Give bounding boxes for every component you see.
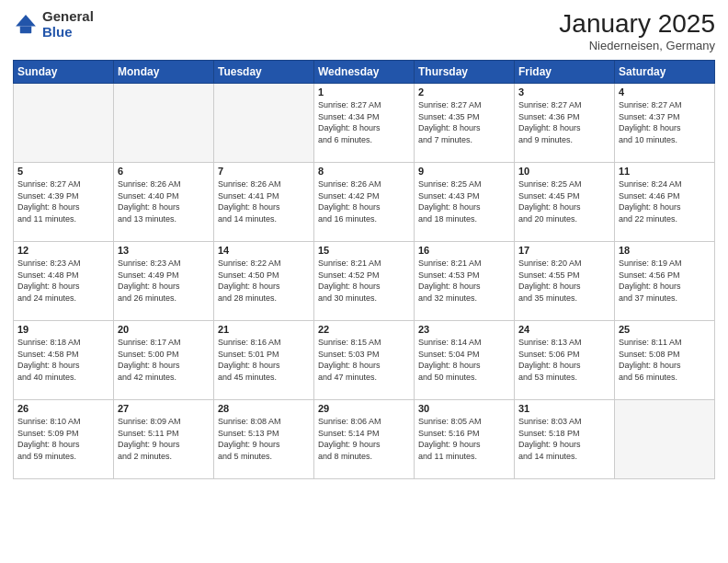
day-number: 24: [518, 324, 610, 335]
day-number: 30: [418, 403, 510, 414]
day-number: 5: [17, 166, 109, 177]
day-number: 1: [318, 86, 410, 98]
day-detail: Sunrise: 8:11 AM Sunset: 5:08 PM Dayligh…: [619, 337, 711, 383]
day-cell: [615, 400, 715, 479]
weekday-header-wednesday: Wednesday: [314, 61, 415, 84]
day-cell: 15Sunrise: 8:21 AM Sunset: 4:52 PM Dayli…: [314, 242, 415, 321]
day-detail: Sunrise: 8:23 AM Sunset: 4:49 PM Dayligh…: [118, 258, 210, 304]
weekday-header-sunday: Sunday: [14, 61, 114, 84]
day-cell: 23Sunrise: 8:14 AM Sunset: 5:04 PM Dayli…: [415, 321, 515, 400]
day-detail: Sunrise: 8:27 AM Sunset: 4:37 PM Dayligh…: [619, 99, 711, 145]
day-cell: 28Sunrise: 8:08 AM Sunset: 5:13 PM Dayli…: [214, 400, 314, 479]
day-number: 15: [318, 245, 410, 256]
page: General Blue January 2025 Niederneisen, …: [0, 0, 728, 563]
day-number: 31: [518, 403, 610, 414]
day-detail: Sunrise: 8:16 AM Sunset: 5:01 PM Dayligh…: [218, 337, 310, 383]
day-detail: Sunrise: 8:05 AM Sunset: 5:16 PM Dayligh…: [418, 416, 510, 462]
logo-text: General Blue: [42, 9, 94, 40]
day-number: 8: [318, 166, 410, 177]
weekday-header-tuesday: Tuesday: [214, 61, 314, 84]
day-detail: Sunrise: 8:21 AM Sunset: 4:53 PM Dayligh…: [418, 258, 510, 304]
day-detail: Sunrise: 8:27 AM Sunset: 4:39 PM Dayligh…: [17, 178, 109, 224]
month-title: January 2025: [559, 9, 715, 39]
day-detail: Sunrise: 8:26 AM Sunset: 4:41 PM Dayligh…: [218, 178, 310, 224]
day-cell: 27Sunrise: 8:09 AM Sunset: 5:11 PM Dayli…: [114, 400, 214, 479]
day-detail: Sunrise: 8:21 AM Sunset: 4:52 PM Dayligh…: [318, 258, 410, 304]
day-cell: [214, 84, 314, 163]
day-detail: Sunrise: 8:19 AM Sunset: 4:56 PM Dayligh…: [619, 258, 711, 304]
day-number: 25: [619, 324, 711, 335]
week-row-5: 26Sunrise: 8:10 AM Sunset: 5:09 PM Dayli…: [14, 400, 715, 479]
day-number: 26: [17, 403, 109, 414]
day-number: 17: [518, 245, 610, 256]
day-detail: Sunrise: 8:20 AM Sunset: 4:55 PM Dayligh…: [518, 258, 610, 304]
weekday-header-saturday: Saturday: [615, 61, 715, 84]
calendar: SundayMondayTuesdayWednesdayThursdayFrid…: [13, 60, 715, 479]
day-cell: 12Sunrise: 8:23 AM Sunset: 4:48 PM Dayli…: [14, 242, 114, 321]
week-row-1: 1Sunrise: 8:27 AM Sunset: 4:34 PM Daylig…: [14, 84, 715, 163]
day-cell: 16Sunrise: 8:21 AM Sunset: 4:53 PM Dayli…: [415, 242, 515, 321]
day-cell: 22Sunrise: 8:15 AM Sunset: 5:03 PM Dayli…: [314, 321, 415, 400]
weekday-header-friday: Friday: [515, 61, 615, 84]
week-row-2: 5Sunrise: 8:27 AM Sunset: 4:39 PM Daylig…: [14, 163, 715, 242]
weekday-header-monday: Monday: [114, 61, 214, 84]
day-detail: Sunrise: 8:27 AM Sunset: 4:35 PM Dayligh…: [418, 99, 510, 145]
day-cell: 11Sunrise: 8:24 AM Sunset: 4:46 PM Dayli…: [615, 163, 715, 242]
day-detail: Sunrise: 8:09 AM Sunset: 5:11 PM Dayligh…: [118, 416, 210, 462]
day-cell: 25Sunrise: 8:11 AM Sunset: 5:08 PM Dayli…: [615, 321, 715, 400]
day-number: 10: [518, 166, 610, 177]
day-number: 13: [118, 245, 210, 256]
day-cell: 20Sunrise: 8:17 AM Sunset: 5:00 PM Dayli…: [114, 321, 214, 400]
day-cell: [114, 84, 214, 163]
day-detail: Sunrise: 8:26 AM Sunset: 4:42 PM Dayligh…: [318, 178, 410, 224]
day-cell: 17Sunrise: 8:20 AM Sunset: 4:55 PM Dayli…: [515, 242, 615, 321]
day-detail: Sunrise: 8:25 AM Sunset: 4:45 PM Dayligh…: [518, 178, 610, 224]
day-number: 2: [418, 86, 510, 98]
day-number: 6: [118, 166, 210, 177]
day-detail: Sunrise: 8:06 AM Sunset: 5:14 PM Dayligh…: [318, 416, 410, 462]
week-row-3: 12Sunrise: 8:23 AM Sunset: 4:48 PM Dayli…: [14, 242, 715, 321]
svg-rect-1: [20, 26, 31, 33]
day-cell: 6Sunrise: 8:26 AM Sunset: 4:40 PM Daylig…: [114, 163, 214, 242]
day-number: 18: [619, 245, 711, 256]
day-number: 27: [118, 403, 210, 414]
header: General Blue January 2025 Niederneisen, …: [13, 9, 715, 52]
day-number: 22: [318, 324, 410, 335]
day-number: 11: [619, 166, 711, 177]
day-cell: 8Sunrise: 8:26 AM Sunset: 4:42 PM Daylig…: [314, 163, 415, 242]
weekday-header-thursday: Thursday: [415, 61, 515, 84]
logo-blue: Blue: [42, 25, 94, 40]
day-number: 19: [17, 324, 109, 335]
day-cell: 7Sunrise: 8:26 AM Sunset: 4:41 PM Daylig…: [214, 163, 314, 242]
day-detail: Sunrise: 8:25 AM Sunset: 4:43 PM Dayligh…: [418, 178, 510, 224]
day-cell: 31Sunrise: 8:03 AM Sunset: 5:18 PM Dayli…: [515, 400, 615, 479]
day-detail: Sunrise: 8:08 AM Sunset: 5:13 PM Dayligh…: [218, 416, 310, 462]
day-cell: 10Sunrise: 8:25 AM Sunset: 4:45 PM Dayli…: [515, 163, 615, 242]
logo-general: General: [42, 9, 94, 25]
calendar-body: 1Sunrise: 8:27 AM Sunset: 4:34 PM Daylig…: [14, 84, 715, 479]
day-detail: Sunrise: 8:15 AM Sunset: 5:03 PM Dayligh…: [318, 337, 410, 383]
day-detail: Sunrise: 8:24 AM Sunset: 4:46 PM Dayligh…: [619, 178, 711, 224]
day-detail: Sunrise: 8:27 AM Sunset: 4:34 PM Dayligh…: [318, 99, 410, 145]
day-detail: Sunrise: 8:22 AM Sunset: 4:50 PM Dayligh…: [218, 258, 310, 304]
day-number: 12: [17, 245, 109, 256]
day-cell: [14, 84, 114, 163]
day-detail: Sunrise: 8:13 AM Sunset: 5:06 PM Dayligh…: [518, 337, 610, 383]
day-number: 4: [619, 86, 711, 98]
day-number: 21: [218, 324, 310, 335]
day-cell: 14Sunrise: 8:22 AM Sunset: 4:50 PM Dayli…: [214, 242, 314, 321]
day-cell: 24Sunrise: 8:13 AM Sunset: 5:06 PM Dayli…: [515, 321, 615, 400]
day-cell: 30Sunrise: 8:05 AM Sunset: 5:16 PM Dayli…: [415, 400, 515, 479]
day-cell: 1Sunrise: 8:27 AM Sunset: 4:34 PM Daylig…: [314, 84, 415, 163]
day-cell: 9Sunrise: 8:25 AM Sunset: 4:43 PM Daylig…: [415, 163, 515, 242]
day-cell: 4Sunrise: 8:27 AM Sunset: 4:37 PM Daylig…: [615, 84, 715, 163]
day-number: 7: [218, 166, 310, 177]
day-cell: 3Sunrise: 8:27 AM Sunset: 4:36 PM Daylig…: [515, 84, 615, 163]
day-number: 29: [318, 403, 410, 414]
day-detail: Sunrise: 8:26 AM Sunset: 4:40 PM Dayligh…: [118, 178, 210, 224]
day-cell: 13Sunrise: 8:23 AM Sunset: 4:49 PM Dayli…: [114, 242, 214, 321]
day-number: 16: [418, 245, 510, 256]
day-number: 20: [118, 324, 210, 335]
day-number: 9: [418, 166, 510, 177]
day-detail: Sunrise: 8:18 AM Sunset: 4:58 PM Dayligh…: [17, 337, 109, 383]
